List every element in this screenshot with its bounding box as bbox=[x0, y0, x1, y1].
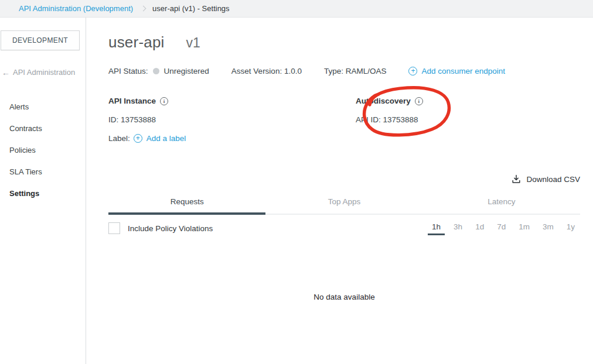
sidebar: DEVELOPMENT ← API Administration Alerts … bbox=[0, 18, 86, 364]
environment-button[interactable]: DEVELOPMENT bbox=[1, 30, 80, 50]
csv-row: Download CSV bbox=[108, 174, 580, 184]
autodiscovery-section: Autodiscovery i API ID: 13753888 bbox=[356, 97, 423, 143]
page-title: user-api v1 bbox=[108, 33, 580, 51]
api-status-value: Unregistered bbox=[164, 67, 209, 75]
include-policy-violations: Include Policy Violations bbox=[108, 222, 213, 234]
add-a-label-text: Add a label bbox=[146, 134, 186, 143]
time-range-1h[interactable]: 1h bbox=[427, 221, 446, 235]
no-data-message: No data available bbox=[108, 293, 580, 301]
chevron-right-icon bbox=[141, 6, 146, 12]
autodiscovery-heading: Autodiscovery i bbox=[356, 97, 423, 105]
info-icon[interactable]: i bbox=[160, 97, 168, 105]
api-name: user-api bbox=[108, 33, 165, 51]
api-instance-id: ID: 13753888 bbox=[108, 115, 356, 124]
download-icon bbox=[512, 174, 521, 184]
label-prefix: Label: bbox=[108, 134, 130, 143]
back-arrow-icon: ← bbox=[2, 68, 10, 77]
add-consumer-endpoint-link[interactable]: + Add consumer endpoint bbox=[408, 67, 505, 75]
back-link-label: API Administration bbox=[13, 68, 75, 77]
time-range-1y[interactable]: 1y bbox=[561, 221, 580, 235]
time-range-1m[interactable]: 1m bbox=[513, 221, 535, 235]
tab-top-apps[interactable]: Top Apps bbox=[265, 192, 422, 214]
api-instance-title: API Instance bbox=[108, 97, 156, 105]
add-consumer-endpoint-label: Add consumer endpoint bbox=[421, 67, 505, 75]
api-instance-label-row: Label: + Add a label bbox=[108, 134, 356, 143]
chart-controls: Include Policy Violations 1h 3h 1d 7d 1m… bbox=[108, 221, 580, 235]
download-csv-button[interactable]: Download CSV bbox=[512, 174, 580, 184]
autodiscovery-title: Autodiscovery bbox=[356, 97, 411, 105]
api-type: Type: RAML/OAS bbox=[324, 67, 387, 75]
sidebar-item-settings[interactable]: Settings bbox=[0, 184, 86, 202]
api-instance-heading: API Instance i bbox=[108, 97, 356, 105]
breadcrumb-current: user-api (v1) - Settings bbox=[152, 4, 230, 13]
api-status: API Status: Unregistered bbox=[108, 67, 209, 75]
api-status-label: API Status: bbox=[108, 67, 148, 75]
breadcrumb-link-api-administration[interactable]: API Administration (Development) bbox=[19, 4, 133, 13]
api-instance-section: API Instance i ID: 13753888 Label: + Add… bbox=[108, 97, 356, 143]
include-policy-violations-checkbox[interactable] bbox=[108, 222, 120, 234]
tab-requests[interactable]: Requests bbox=[108, 192, 265, 214]
include-policy-violations-label: Include Policy Violations bbox=[128, 224, 213, 233]
time-range-7d[interactable]: 7d bbox=[492, 221, 511, 235]
time-range-3m[interactable]: 3m bbox=[537, 221, 559, 235]
time-range-1d[interactable]: 1d bbox=[470, 221, 489, 235]
main-content: user-api v1 API Status: Unregistered Ass… bbox=[86, 18, 593, 364]
breadcrumb: API Administration (Development) user-ap… bbox=[0, 0, 593, 18]
sidebar-item-sla-tiers[interactable]: SLA Tiers bbox=[0, 163, 86, 181]
sidebar-item-alerts[interactable]: Alerts bbox=[0, 98, 86, 116]
analytics-tabs: Requests Top Apps Latency bbox=[108, 192, 580, 215]
sidebar-item-contracts[interactable]: Contracts bbox=[0, 119, 86, 138]
sidebar-item-policies[interactable]: Policies bbox=[0, 141, 86, 159]
api-version: v1 bbox=[186, 35, 200, 51]
info-section: API Instance i ID: 13753888 Label: + Add… bbox=[108, 97, 580, 143]
status-row: API Status: Unregistered Asset Version: … bbox=[108, 67, 580, 75]
status-dot-icon bbox=[153, 68, 159, 74]
time-range-selector: 1h 3h 1d 7d 1m 3m 1y bbox=[424, 221, 580, 235]
circle-plus-icon: + bbox=[408, 67, 417, 75]
time-range-3h[interactable]: 3h bbox=[448, 221, 468, 235]
autodiscovery-api-id: API ID: 13753888 bbox=[356, 115, 423, 124]
info-icon[interactable]: i bbox=[415, 97, 423, 105]
back-to-api-administration-link[interactable]: ← API Administration bbox=[2, 68, 86, 77]
sidebar-nav: Alerts Contracts Policies SLA Tiers Sett… bbox=[0, 98, 86, 202]
tab-latency[interactable]: Latency bbox=[423, 192, 580, 214]
add-a-label-link[interactable]: + Add a label bbox=[134, 134, 186, 143]
asset-version: Asset Version: 1.0.0 bbox=[231, 67, 302, 75]
download-csv-label: Download CSV bbox=[526, 175, 580, 184]
circle-plus-icon: + bbox=[134, 134, 142, 143]
